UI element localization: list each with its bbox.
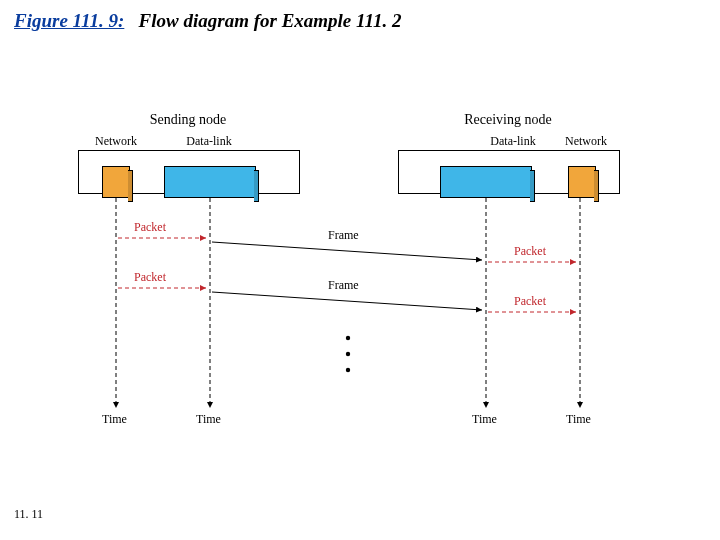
svg-line-8 bbox=[212, 292, 482, 310]
time-label-2: Time bbox=[196, 412, 221, 427]
packet-label-4: Packet bbox=[514, 294, 546, 309]
frame-label-2: Frame bbox=[328, 278, 359, 293]
time-label-3: Time bbox=[472, 412, 497, 427]
svg-point-10 bbox=[346, 336, 350, 340]
figure-caption: Flow diagram for Example 111. 2 bbox=[139, 10, 402, 31]
time-label-1: Time bbox=[102, 412, 127, 427]
svg-point-12 bbox=[346, 368, 350, 372]
diagram-stage: Sending node Receiving node Network Data… bbox=[78, 120, 638, 450]
page-number: 11. 11 bbox=[14, 507, 43, 522]
packet-label-3: Packet bbox=[514, 244, 546, 259]
frame-label-1: Frame bbox=[328, 228, 359, 243]
svg-point-11 bbox=[346, 352, 350, 356]
figure-number: Figure 111. 9: bbox=[14, 10, 124, 31]
packet-label-1: Packet bbox=[134, 220, 166, 235]
figure-title: Figure 111. 9: Flow diagram for Example … bbox=[14, 10, 401, 32]
svg-line-5 bbox=[212, 242, 482, 260]
packet-label-2: Packet bbox=[134, 270, 166, 285]
time-label-4: Time bbox=[566, 412, 591, 427]
